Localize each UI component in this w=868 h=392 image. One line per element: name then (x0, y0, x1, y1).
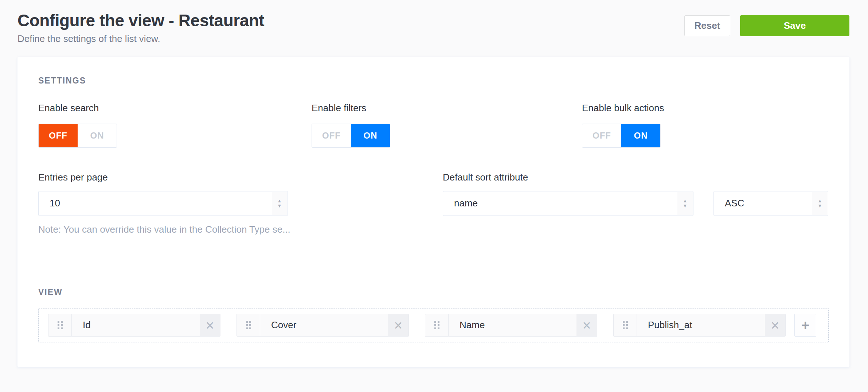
close-icon: × (582, 318, 591, 333)
field-drop-zone: Id × Cover × Name × (38, 308, 829, 342)
close-icon: × (771, 318, 779, 333)
field-chip-label: Id (72, 314, 200, 336)
selects-row: Entries per page 10 ▲ ▼ Note: You can ov… (38, 172, 829, 235)
add-field-button[interactable]: + (794, 314, 816, 337)
drag-handle-icon[interactable] (425, 314, 449, 336)
header-actions: Reset Save (684, 15, 849, 36)
section-divider (38, 263, 829, 263)
arrow-down-icon: ▼ (683, 204, 688, 208)
arrow-up-icon: ▲ (818, 199, 822, 203)
entries-per-page-note: Note: You can override this value in the… (38, 224, 288, 235)
entries-per-page-value: 10 (50, 198, 60, 209)
arrow-up-icon: ▲ (277, 199, 282, 203)
default-sort-label: Default sort attribute (443, 172, 693, 183)
enable-bulk-actions-label: Enable bulk actions (582, 102, 829, 114)
plus-icon: + (801, 318, 809, 332)
drag-handle-icon[interactable] (237, 314, 260, 336)
field-chip-id[interactable]: Id × (48, 314, 220, 337)
drag-handle-icon[interactable] (614, 314, 637, 336)
remove-field-button[interactable]: × (576, 314, 597, 336)
enable-filters-off-option[interactable]: OFF (312, 124, 351, 147)
chevron-up-down-icon: ▲ ▼ (272, 192, 287, 215)
page-title: Configure the view - Restaurant (17, 11, 264, 30)
enable-search-off-option[interactable]: OFF (39, 124, 78, 147)
field-chip-label: Publish_at (637, 314, 765, 336)
enable-filters-on-option[interactable]: ON (351, 124, 390, 147)
page-header: Configure the view - Restaurant Define t… (0, 0, 868, 44)
reset-button[interactable]: Reset (684, 15, 730, 36)
arrow-down-icon: ▼ (818, 204, 822, 208)
enable-bulk-actions-off-option[interactable]: OFF (582, 124, 621, 147)
enable-bulk-actions-toggle[interactable]: OFF ON (582, 124, 661, 148)
enable-bulk-actions-field: Enable bulk actions OFF ON (582, 102, 829, 148)
default-sort-field: Default sort attribute name ▲ ▼ (443, 172, 693, 216)
entries-per-page-field: Entries per page 10 ▲ ▼ Note: You can ov… (38, 172, 288, 235)
enable-filters-label: Enable filters (312, 102, 582, 114)
page-subtitle: Define the settings of the list view. (17, 33, 264, 44)
remove-field-button[interactable]: × (388, 314, 408, 336)
default-sort-value: name (454, 198, 478, 209)
enable-search-toggle[interactable]: OFF ON (38, 124, 117, 148)
chevron-up-down-icon: ▲ ▼ (677, 192, 693, 215)
default-sort-select[interactable]: name ▲ ▼ (443, 191, 693, 216)
enable-search-label: Enable search (38, 102, 312, 114)
settings-card: SETTINGS Enable search OFF ON Enable fil… (17, 57, 849, 367)
configure-view-page: Configure the view - Restaurant Define t… (0, 0, 868, 367)
enable-bulk-actions-on-option[interactable]: ON (621, 124, 660, 147)
toggle-row: Enable search OFF ON Enable filters OFF … (38, 102, 829, 148)
field-chip-cover[interactable]: Cover × (236, 314, 409, 337)
sort-order-field: ASC ▲ ▼ (713, 172, 828, 216)
sort-order-value: ASC (725, 198, 744, 209)
enable-filters-toggle[interactable]: OFF ON (312, 124, 390, 148)
save-button[interactable]: Save (740, 15, 849, 36)
entries-per-page-select[interactable]: 10 ▲ ▼ (38, 191, 288, 216)
drag-handle-icon[interactable] (48, 314, 72, 336)
remove-field-button[interactable]: × (765, 314, 785, 336)
enable-search-field: Enable search OFF ON (38, 102, 312, 148)
field-chip-label: Name (449, 314, 576, 336)
field-chip-name[interactable]: Name × (425, 314, 597, 337)
settings-section-title: SETTINGS (38, 76, 829, 86)
page-header-text: Configure the view - Restaurant Define t… (17, 11, 264, 44)
close-icon: × (206, 318, 214, 333)
enable-filters-field: Enable filters OFF ON (312, 102, 582, 148)
enable-search-on-option[interactable]: ON (78, 124, 117, 147)
chevron-up-down-icon: ▲ ▼ (812, 192, 828, 215)
arrow-down-icon: ▼ (277, 204, 282, 208)
field-chip-publish-at[interactable]: Publish_at × (613, 314, 786, 337)
entries-per-page-label: Entries per page (38, 172, 288, 183)
close-icon: × (394, 318, 402, 333)
arrow-up-icon: ▲ (683, 199, 688, 203)
sort-order-select[interactable]: ASC ▲ ▼ (713, 191, 828, 216)
view-section-title: VIEW (38, 287, 829, 297)
field-chip-label: Cover (260, 314, 388, 336)
remove-field-button[interactable]: × (200, 314, 220, 336)
